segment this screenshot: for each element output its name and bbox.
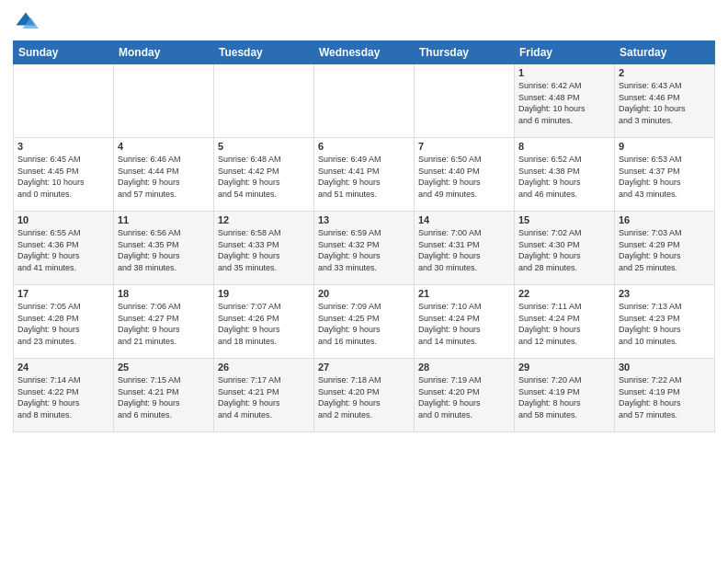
calendar-cell: 11Sunrise: 6:56 AM Sunset: 4:35 PM Dayli… — [114, 212, 214, 285]
calendar-cell: 5Sunrise: 6:48 AM Sunset: 4:42 PM Daylig… — [214, 138, 314, 212]
day-number: 18 — [118, 288, 210, 299]
day-info: Sunrise: 6:52 AM Sunset: 4:38 PM Dayligh… — [518, 154, 610, 200]
day-info: Sunrise: 7:18 AM Sunset: 4:20 PM Dayligh… — [318, 374, 410, 420]
day-info: Sunrise: 7:22 AM Sunset: 4:19 PM Dayligh… — [619, 374, 711, 420]
calendar-cell: 13Sunrise: 6:59 AM Sunset: 4:32 PM Dayli… — [314, 212, 415, 285]
day-number: 4 — [118, 141, 210, 152]
day-number: 12 — [218, 214, 310, 225]
day-info: Sunrise: 6:49 AM Sunset: 4:41 PM Dayligh… — [318, 154, 410, 200]
calendar-cell: 20Sunrise: 7:09 AM Sunset: 4:25 PM Dayli… — [314, 285, 415, 359]
weekday-header-tuesday: Tuesday — [214, 41, 314, 64]
calendar-cell: 8Sunrise: 6:52 AM Sunset: 4:38 PM Daylig… — [515, 138, 615, 212]
calendar-cell: 1Sunrise: 6:42 AM Sunset: 4:48 PM Daylig… — [515, 64, 615, 138]
day-number: 22 — [518, 288, 610, 299]
day-info: Sunrise: 7:05 AM Sunset: 4:28 PM Dayligh… — [17, 301, 109, 347]
day-info: Sunrise: 7:17 AM Sunset: 4:21 PM Dayligh… — [218, 374, 310, 420]
weekday-header-wednesday: Wednesday — [314, 41, 415, 64]
calendar-header-row: SundayMondayTuesdayWednesdayThursdayFrid… — [14, 41, 715, 64]
day-info: Sunrise: 7:00 AM Sunset: 4:31 PM Dayligh… — [418, 227, 510, 273]
day-number: 9 — [619, 141, 711, 152]
calendar-cell: 24Sunrise: 7:14 AM Sunset: 4:22 PM Dayli… — [14, 359, 114, 432]
day-number: 21 — [418, 288, 510, 299]
day-number: 14 — [418, 214, 510, 225]
day-number: 11 — [118, 214, 210, 225]
calendar-cell: 29Sunrise: 7:20 AM Sunset: 4:19 PM Dayli… — [515, 359, 615, 432]
day-number: 10 — [17, 214, 109, 225]
day-number: 26 — [218, 362, 310, 373]
day-info: Sunrise: 7:09 AM Sunset: 4:25 PM Dayligh… — [318, 301, 410, 347]
calendar-cell: 17Sunrise: 7:05 AM Sunset: 4:28 PM Dayli… — [14, 285, 114, 359]
calendar-cell: 6Sunrise: 6:49 AM Sunset: 4:41 PM Daylig… — [314, 138, 415, 212]
day-number: 24 — [17, 362, 109, 373]
day-number: 15 — [518, 214, 610, 225]
calendar-cell: 26Sunrise: 7:17 AM Sunset: 4:21 PM Dayli… — [214, 359, 314, 432]
day-info: Sunrise: 7:15 AM Sunset: 4:21 PM Dayligh… — [118, 374, 210, 420]
calendar-cell: 14Sunrise: 7:00 AM Sunset: 4:31 PM Dayli… — [415, 212, 515, 285]
logo-icon — [13, 9, 39, 35]
calendar-week-row: 10Sunrise: 6:55 AM Sunset: 4:36 PM Dayli… — [14, 212, 715, 285]
day-info: Sunrise: 6:53 AM Sunset: 4:37 PM Dayligh… — [619, 154, 711, 200]
calendar-cell: 21Sunrise: 7:10 AM Sunset: 4:24 PM Dayli… — [415, 285, 515, 359]
day-number: 1 — [518, 67, 610, 78]
day-number: 20 — [318, 288, 410, 299]
day-number: 8 — [518, 141, 610, 152]
calendar-cell: 22Sunrise: 7:11 AM Sunset: 4:24 PM Dayli… — [515, 285, 615, 359]
day-info: Sunrise: 6:55 AM Sunset: 4:36 PM Dayligh… — [17, 227, 109, 273]
day-number: 13 — [318, 214, 410, 225]
calendar-cell — [415, 64, 515, 138]
calendar-cell: 30Sunrise: 7:22 AM Sunset: 4:19 PM Dayli… — [615, 359, 715, 432]
day-info: Sunrise: 7:10 AM Sunset: 4:24 PM Dayligh… — [418, 301, 510, 347]
day-number: 28 — [418, 362, 510, 373]
calendar-week-row: 17Sunrise: 7:05 AM Sunset: 4:28 PM Dayli… — [14, 285, 715, 359]
calendar-cell: 25Sunrise: 7:15 AM Sunset: 4:21 PM Dayli… — [114, 359, 214, 432]
day-info: Sunrise: 7:13 AM Sunset: 4:23 PM Dayligh… — [619, 301, 711, 347]
calendar-table: SundayMondayTuesdayWednesdayThursdayFrid… — [13, 40, 715, 432]
calendar-cell: 28Sunrise: 7:19 AM Sunset: 4:20 PM Dayli… — [415, 359, 515, 432]
day-info: Sunrise: 7:19 AM Sunset: 4:20 PM Dayligh… — [418, 374, 510, 420]
calendar-cell: 27Sunrise: 7:18 AM Sunset: 4:20 PM Dayli… — [314, 359, 415, 432]
weekday-header-thursday: Thursday — [415, 41, 515, 64]
calendar-week-row: 24Sunrise: 7:14 AM Sunset: 4:22 PM Dayli… — [14, 359, 715, 432]
day-info: Sunrise: 6:42 AM Sunset: 4:48 PM Dayligh… — [518, 80, 610, 126]
day-info: Sunrise: 7:07 AM Sunset: 4:26 PM Dayligh… — [218, 301, 310, 347]
calendar-cell: 23Sunrise: 7:13 AM Sunset: 4:23 PM Dayli… — [615, 285, 715, 359]
calendar-cell: 15Sunrise: 7:02 AM Sunset: 4:30 PM Dayli… — [515, 212, 615, 285]
day-info: Sunrise: 7:03 AM Sunset: 4:29 PM Dayligh… — [619, 227, 711, 273]
day-info: Sunrise: 6:56 AM Sunset: 4:35 PM Dayligh… — [118, 227, 210, 273]
day-info: Sunrise: 6:48 AM Sunset: 4:42 PM Dayligh… — [218, 154, 310, 200]
day-number: 2 — [619, 67, 711, 78]
calendar-cell: 16Sunrise: 7:03 AM Sunset: 4:29 PM Dayli… — [615, 212, 715, 285]
calendar-cell: 4Sunrise: 6:46 AM Sunset: 4:44 PM Daylig… — [114, 138, 214, 212]
logo — [13, 9, 42, 35]
day-info: Sunrise: 7:14 AM Sunset: 4:22 PM Dayligh… — [17, 374, 109, 420]
day-number: 23 — [619, 288, 711, 299]
calendar-cell: 3Sunrise: 6:45 AM Sunset: 4:45 PM Daylig… — [14, 138, 114, 212]
day-info: Sunrise: 6:45 AM Sunset: 4:45 PM Dayligh… — [17, 154, 109, 200]
calendar-cell: 10Sunrise: 6:55 AM Sunset: 4:36 PM Dayli… — [14, 212, 114, 285]
calendar-cell: 9Sunrise: 6:53 AM Sunset: 4:37 PM Daylig… — [615, 138, 715, 212]
day-info: Sunrise: 7:20 AM Sunset: 4:19 PM Dayligh… — [518, 374, 610, 420]
header — [13, 9, 715, 35]
weekday-header-friday: Friday — [515, 41, 615, 64]
day-info: Sunrise: 7:11 AM Sunset: 4:24 PM Dayligh… — [518, 301, 610, 347]
calendar-cell — [14, 64, 114, 138]
day-info: Sunrise: 6:50 AM Sunset: 4:40 PM Dayligh… — [418, 154, 510, 200]
page: SundayMondayTuesdayWednesdayThursdayFrid… — [0, 0, 728, 563]
day-number: 16 — [619, 214, 711, 225]
day-info: Sunrise: 6:59 AM Sunset: 4:32 PM Dayligh… — [318, 227, 410, 273]
calendar-cell: 2Sunrise: 6:43 AM Sunset: 4:46 PM Daylig… — [615, 64, 715, 138]
calendar-week-row: 3Sunrise: 6:45 AM Sunset: 4:45 PM Daylig… — [14, 138, 715, 212]
calendar-cell: 19Sunrise: 7:07 AM Sunset: 4:26 PM Dayli… — [214, 285, 314, 359]
day-number: 27 — [318, 362, 410, 373]
calendar-cell — [114, 64, 214, 138]
day-info: Sunrise: 6:46 AM Sunset: 4:44 PM Dayligh… — [118, 154, 210, 200]
day-number: 30 — [619, 362, 711, 373]
weekday-header-monday: Monday — [114, 41, 214, 64]
day-number: 19 — [218, 288, 310, 299]
day-info: Sunrise: 7:06 AM Sunset: 4:27 PM Dayligh… — [118, 301, 210, 347]
calendar-cell — [214, 64, 314, 138]
day-number: 5 — [218, 141, 310, 152]
calendar-cell — [314, 64, 415, 138]
weekday-header-sunday: Sunday — [14, 41, 114, 64]
day-number: 29 — [518, 362, 610, 373]
